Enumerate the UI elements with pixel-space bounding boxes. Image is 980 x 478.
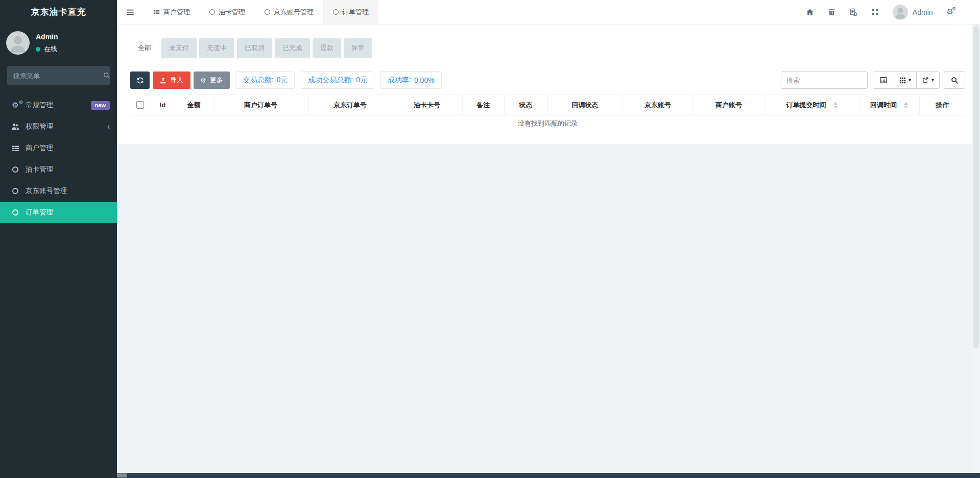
sidebar-item-label: 订单管理 (26, 208, 53, 217)
caret-down-icon: ▾ (909, 78, 911, 83)
tab-oilcards[interactable]: 油卡管理 (200, 0, 255, 24)
sidebar-item-oilcards[interactable]: 油卡管理 (0, 159, 117, 180)
circle-icon (265, 9, 270, 15)
topbar-tabs: 商户管理 油卡管理 京东账号管理 订单管理 (144, 0, 378, 24)
header-callback-time[interactable]: 回调时间 (859, 95, 919, 115)
stat-label: 交易总额: (243, 76, 274, 85)
sidebar-toggle-icon[interactable] (117, 0, 144, 24)
fullscreen-icon[interactable] (871, 8, 879, 16)
filter-tab-recharging[interactable]: 充值中 (199, 38, 234, 58)
sidebar-item-label: 权限管理 (26, 122, 53, 131)
sidebar-item-label: 京东账号管理 (26, 186, 67, 196)
tab-orders[interactable]: 订单管理 (323, 0, 378, 24)
more-button[interactable]: ⚙ 更多 (194, 71, 230, 89)
orders-table: Id 金额 商户订单号 京东订单号 油卡卡号 备注 状态 回调状态 京东账号 商… (130, 94, 965, 132)
header-merchant-account: 商户账号 (693, 95, 764, 115)
user-menu[interactable]: Admin (893, 5, 933, 20)
circle-icon (10, 188, 20, 194)
stat-value: 0.00% (414, 76, 435, 84)
sort-icon[interactable] (833, 102, 838, 108)
circle-icon (209, 9, 215, 15)
filter-tab-cancelled[interactable]: 已取消 (237, 38, 272, 58)
gear-icon: ⚙ (200, 77, 206, 84)
header-remark: 备注 (462, 95, 504, 115)
users-icon (10, 123, 20, 131)
sidebar-item-label: 商户管理 (26, 144, 53, 153)
import-button[interactable]: 导入 (153, 71, 190, 89)
user-panel: Admin 在线 (0, 25, 117, 60)
header-submit-time[interactable]: 订单提交时间 (764, 95, 859, 115)
header-select-all (130, 95, 151, 115)
tab-merchants[interactable]: 商户管理 (144, 0, 200, 24)
filter-tab-all[interactable]: 全部 (130, 38, 159, 58)
empty-row: 没有找到匹配的记录 (130, 115, 965, 132)
table-header-row: Id 金额 商户订单号 京东订单号 油卡卡号 备注 状态 回调状态 京东账号 商… (130, 95, 965, 115)
header-status: 状态 (504, 95, 547, 115)
content-area: 全部 未支付 充值中 已取消 已完成 退款 异常 (117, 25, 980, 473)
topbar-user-name: Admin (913, 8, 933, 16)
list-icon (153, 9, 160, 15)
tab-label: 订单管理 (342, 8, 369, 17)
tab-jd-accounts[interactable]: 京东账号管理 (255, 0, 323, 24)
sidebar-item-merchants[interactable]: 商户管理 (0, 137, 117, 159)
sidebar-item-jd-accounts[interactable]: 京东账号管理 (0, 180, 117, 202)
refresh-icon (136, 77, 144, 84)
app-root: 京东油卡直充 Admin 在线 ⚙⚙ 常规管理 new (0, 0, 980, 478)
vertical-scrollbar[interactable] (972, 25, 980, 473)
filter-tab-unpaid[interactable]: 未支付 (161, 38, 197, 58)
tab-label: 商户管理 (163, 8, 190, 17)
vertical-scrollbar-thumb[interactable] (973, 26, 979, 348)
list-icon (10, 145, 20, 152)
header-jd-account: 京东账号 (623, 95, 693, 115)
filter-tab-refund[interactable]: 退款 (313, 38, 341, 58)
user-avatar (6, 31, 30, 55)
filter-tab-abnormal[interactable]: 异常 (344, 38, 372, 58)
select-all-checkbox[interactable] (136, 101, 144, 109)
refresh-button[interactable] (130, 71, 150, 89)
empty-message: 没有找到匹配的记录 (130, 115, 965, 132)
orders-panel: 全部 未支付 充值中 已取消 已完成 退款 异常 (117, 25, 980, 144)
user-name: Admin (36, 33, 58, 41)
header-jd-order-no: 京东订单号 (308, 95, 392, 115)
online-status-dot (36, 47, 40, 52)
chevron-left-icon: ‹ (107, 123, 110, 131)
search-button[interactable] (944, 71, 965, 89)
main-area: 商户管理 油卡管理 京东账号管理 订单管理 (117, 0, 980, 478)
more-label: 更多 (210, 76, 223, 85)
columns-dropdown-button[interactable]: ▾ (894, 71, 917, 89)
language-icon[interactable] (849, 8, 857, 16)
import-label: 导入 (170, 76, 183, 85)
horizontal-scrollbar-thumb[interactable] (117, 473, 127, 477)
circle-icon (333, 9, 339, 15)
user-status-label: 在线 (44, 44, 57, 54)
settings-gears-icon[interactable]: ⚙⚙ (947, 8, 953, 16)
table-view-buttons: ▾ ▾ (873, 71, 940, 89)
menu-search-input[interactable] (13, 72, 103, 80)
user-avatar-small (893, 5, 908, 20)
export-dropdown-button[interactable]: ▾ (916, 71, 940, 89)
trash-icon[interactable] (828, 8, 835, 16)
stat-total-amount: 交易总额: 0元 (236, 71, 295, 89)
stat-label: 成功率: (388, 76, 411, 85)
sidebar-item-orders[interactable]: 订单管理 (0, 202, 117, 223)
header-merchant-order-no: 商户订单号 (213, 95, 308, 115)
sidebar-item-general[interactable]: ⚙⚙ 常规管理 new (0, 94, 117, 116)
filter-tab-completed[interactable]: 已完成 (275, 38, 310, 58)
stat-label: 成功交易总额: (308, 76, 353, 85)
app-title: 京东油卡直充 (0, 0, 117, 25)
new-badge: new (91, 101, 110, 110)
header-callback-status: 回调状态 (547, 95, 623, 115)
table-search-input[interactable] (781, 71, 868, 89)
topbar-actions: Admin ⚙⚙ (806, 0, 980, 24)
sort-icon[interactable] (904, 102, 908, 108)
toggle-view-button[interactable] (873, 71, 894, 89)
stat-success-rate: 成功率: 0.00% (380, 71, 442, 89)
horizontal-scrollbar[interactable] (117, 473, 980, 478)
search-icon (951, 77, 959, 84)
table-toolbar: 导入 ⚙ 更多 交易总额: 0元 成功交易总额: 0元 (130, 71, 965, 89)
sidebar-item-permissions[interactable]: 权限管理 ‹ (0, 116, 117, 137)
sidebar-item-label: 常规管理 (26, 101, 53, 110)
tab-label: 油卡管理 (219, 8, 245, 17)
home-icon[interactable] (806, 8, 814, 16)
upload-icon (160, 77, 166, 84)
